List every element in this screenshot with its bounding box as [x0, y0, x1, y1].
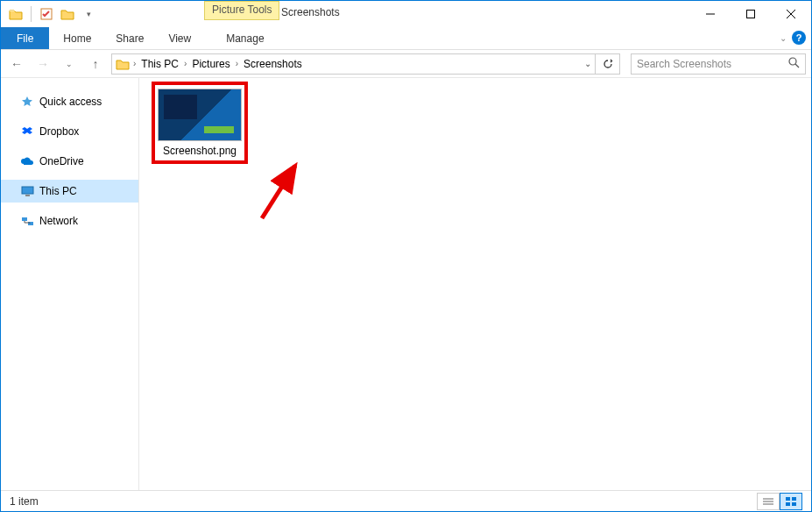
- svg-rect-15: [786, 497, 790, 501]
- recent-locations-icon[interactable]: ⌄: [59, 53, 80, 75]
- status-bar: 1 item: [1, 490, 811, 511]
- address-bar[interactable]: › This PC › Pictures › Screenshots ⌄: [111, 53, 596, 75]
- title-bar: ▾ Picture Tools Screenshots: [1, 1, 811, 27]
- separator: [31, 6, 32, 22]
- details-view-button[interactable]: [757, 493, 780, 510]
- search-input[interactable]: Search Screenshots: [631, 53, 806, 75]
- nav-onedrive[interactable]: OneDrive: [1, 150, 138, 173]
- file-tab[interactable]: File: [1, 27, 49, 49]
- close-button[interactable]: [771, 1, 811, 27]
- network-icon: [20, 214, 34, 228]
- svg-rect-7: [22, 187, 33, 194]
- chevron-right-icon[interactable]: ›: [133, 59, 136, 68]
- svg-rect-18: [792, 502, 796, 506]
- file-thumbnail: [158, 89, 242, 141]
- thumbnails-view-button[interactable]: [780, 493, 802, 510]
- ribbon-tabs: File Home Share View Manage ⌄ ?: [1, 27, 811, 50]
- address-row: ← → ⌄ ↑ › This PC › Pictures › Screensho…: [1, 50, 811, 78]
- svg-rect-2: [747, 11, 755, 18]
- svg-rect-17: [786, 502, 790, 506]
- svg-rect-9: [22, 217, 27, 221]
- tab-share[interactable]: Share: [103, 27, 156, 49]
- help-icon[interactable]: ?: [792, 31, 806, 45]
- up-button[interactable]: ↑: [85, 53, 106, 75]
- context-tools-label: Picture Tools: [204, 1, 279, 20]
- file-name: Screenshot.png: [163, 145, 237, 157]
- nav-dropbox[interactable]: Dropbox: [1, 120, 138, 143]
- nav-this-pc[interactable]: This PC: [1, 180, 138, 203]
- minimize-button[interactable]: [690, 1, 731, 27]
- breadcrumb-item[interactable]: Pictures: [190, 58, 231, 70]
- computer-icon: [20, 184, 34, 198]
- address-dropdown-icon[interactable]: ⌄: [584, 59, 591, 68]
- folder-icon: [116, 58, 130, 70]
- search-icon[interactable]: [788, 57, 800, 71]
- tab-view[interactable]: View: [156, 27, 203, 49]
- svg-rect-8: [25, 195, 30, 196]
- svg-line-6: [795, 64, 799, 68]
- properties-icon[interactable]: [37, 4, 56, 24]
- star-icon: [20, 95, 34, 109]
- chevron-right-icon[interactable]: ›: [236, 59, 238, 68]
- new-folder-icon[interactable]: [58, 4, 77, 24]
- item-count: 1 item: [10, 495, 39, 508]
- search-placeholder: Search Screenshots: [637, 58, 731, 70]
- file-list[interactable]: Screenshot.png: [139, 78, 811, 490]
- maximize-button[interactable]: [731, 1, 771, 27]
- forward-button[interactable]: →: [32, 53, 53, 75]
- quick-access-toolbar: ▾: [1, 4, 98, 24]
- nav-network[interactable]: Network: [1, 210, 138, 232]
- svg-point-5: [789, 58, 796, 65]
- nav-quick-access[interactable]: Quick access: [1, 90, 138, 113]
- dropbox-icon: [20, 124, 34, 139]
- back-button[interactable]: ←: [6, 53, 27, 75]
- nav-label: Dropbox: [39, 125, 79, 138]
- nav-label: This PC: [39, 185, 77, 197]
- window-title: Screenshots: [281, 6, 340, 18]
- file-item[interactable]: Screenshot.png: [152, 82, 248, 164]
- refresh-button[interactable]: [596, 53, 620, 75]
- svg-line-11: [262, 166, 295, 218]
- qat-dropdown-icon[interactable]: ▾: [79, 4, 98, 24]
- chevron-right-icon[interactable]: ›: [184, 59, 187, 68]
- folder-icon: [6, 4, 25, 24]
- svg-rect-16: [792, 497, 796, 501]
- breadcrumb-item[interactable]: This PC: [139, 58, 180, 70]
- window-controls: [690, 1, 811, 27]
- nav-label: Quick access: [39, 96, 102, 108]
- breadcrumb-item[interactable]: Screenshots: [242, 58, 304, 70]
- ribbon-collapse-icon[interactable]: ⌄: [780, 33, 787, 43]
- navigation-pane: Quick access Dropbox OneDrive This PC Ne…: [1, 78, 139, 490]
- nav-label: Network: [39, 215, 78, 227]
- nav-label: OneDrive: [39, 155, 84, 167]
- onedrive-icon: [20, 154, 34, 168]
- annotation-arrow: [253, 157, 306, 227]
- main-area: Quick access Dropbox OneDrive This PC Ne…: [1, 78, 811, 490]
- tab-home[interactable]: Home: [51, 27, 103, 49]
- tab-manage[interactable]: Manage: [214, 27, 276, 49]
